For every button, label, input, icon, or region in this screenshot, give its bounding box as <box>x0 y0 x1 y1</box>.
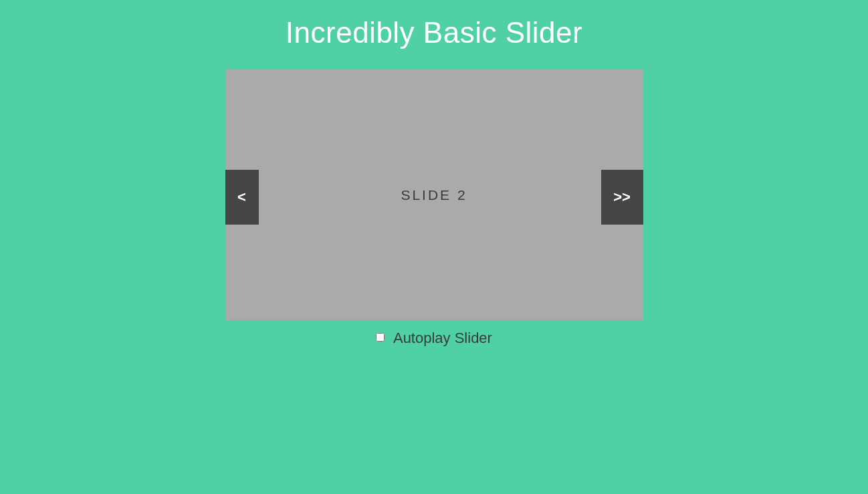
autoplay-label: Autoplay Slider <box>393 330 492 346</box>
slider: < SLIDE 2 >> <box>225 70 643 320</box>
main-container: Incredibly Basic Slider < SLIDE 2 >> Aut… <box>225 0 643 347</box>
page-title: Incredibly Basic Slider <box>225 16 643 49</box>
autoplay-row: Autoplay Slider <box>225 330 643 347</box>
chevron-right-icon: >> <box>613 189 631 206</box>
next-button[interactable]: >> <box>601 170 643 225</box>
slide-label: SLIDE 2 <box>401 187 467 203</box>
autoplay-label-wrapper[interactable]: Autoplay Slider <box>376 330 492 346</box>
chevron-left-icon: < <box>237 189 246 206</box>
autoplay-checkbox[interactable] <box>376 333 385 342</box>
prev-button[interactable]: < <box>225 170 259 225</box>
